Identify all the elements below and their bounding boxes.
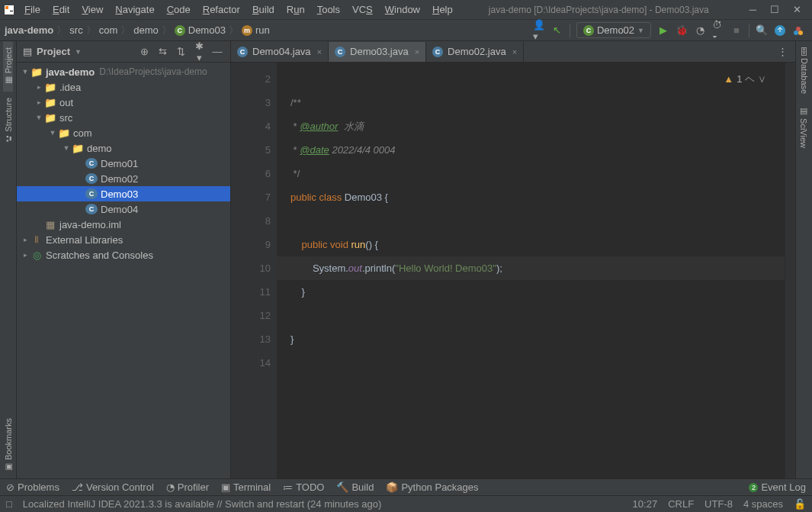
tree-com[interactable]: ▼📁com: [17, 125, 230, 140]
locate-icon[interactable]: ⊕: [137, 46, 151, 57]
python-packages-button[interactable]: 📦Python Packages: [386, 481, 478, 493]
tree-file-demo01[interactable]: CDemo01: [17, 156, 230, 171]
close-tab-icon[interactable]: ×: [415, 47, 419, 56]
debug-button[interactable]: 🐞: [676, 24, 688, 37]
menu-build[interactable]: Build: [246, 2, 281, 18]
window-title: java-demo [D:\IdeaProjects\java-demo] - …: [459, 5, 739, 15]
tree-file-demo02[interactable]: CDemo02: [17, 171, 230, 186]
tab-demo04[interactable]: CDemo04.java×: [231, 42, 329, 62]
tab-demo03[interactable]: CDemo03.java×: [329, 42, 426, 62]
editor-area: CDemo04.java× CDemo03.java× CDemo02.java…: [231, 41, 795, 478]
project-view-dropdown[interactable]: ▼: [75, 48, 82, 56]
sync-button[interactable]: [774, 24, 786, 37]
tree-idea[interactable]: ▸📁.idea: [17, 79, 230, 95]
titlebar: File Edit View Navigate Code Refactor Bu…: [0, 0, 812, 20]
status-message[interactable]: Localized IntelliJ IDEA 2021.3.3 is avai…: [23, 498, 381, 510]
crumb-demo[interactable]: demo: [133, 24, 159, 36]
menu-help[interactable]: Help: [426, 2, 459, 18]
tree-iml[interactable]: ▦java-demo.iml: [17, 217, 230, 232]
stop-button[interactable]: ■: [730, 24, 743, 37]
code-lines[interactable]: /** * @author 水滴 * @date 2022/4/4 0004 *…: [277, 63, 785, 478]
profile-button[interactable]: ⏱▾: [712, 24, 724, 37]
crumb-src[interactable]: src: [69, 24, 82, 36]
tab-more-icon[interactable]: ⋮: [770, 46, 795, 57]
sciview-tool-button[interactable]: ▤ SciView: [799, 100, 809, 154]
close-tab-icon[interactable]: ×: [512, 47, 517, 56]
tree-src[interactable]: ▼📁src: [17, 110, 230, 125]
expand-icon[interactable]: ⇆: [156, 46, 169, 57]
ide-button[interactable]: [792, 24, 804, 37]
gutter[interactable]: 234 567 8910 111213 14: [231, 63, 277, 478]
hide-icon[interactable]: —: [210, 46, 224, 57]
menu-code[interactable]: Code: [161, 2, 197, 18]
encoding[interactable]: UTF-8: [704, 498, 733, 510]
class-icon: C: [583, 25, 594, 36]
crumb-project[interactable]: java-demo: [5, 24, 53, 36]
tree-external[interactable]: ▸⫴External Libraries: [17, 232, 230, 247]
code-editor[interactable]: 234 567 8910 111213 14 /** * @author 水滴 …: [231, 63, 795, 478]
line-ending[interactable]: CRLF: [668, 498, 694, 510]
svg-rect-2: [5, 6, 8, 9]
project-tool-button[interactable]: ▦ Project: [3, 41, 13, 92]
menu-file[interactable]: File: [18, 2, 47, 18]
collapse-icon[interactable]: ⇅: [174, 46, 188, 57]
todo-button[interactable]: ≔TODO: [283, 481, 324, 493]
close-button[interactable]: ✕: [793, 4, 801, 15]
crumb-com[interactable]: com: [99, 24, 118, 36]
readonly-icon[interactable]: 🔓: [794, 498, 806, 510]
menu-edit[interactable]: Edit: [47, 2, 75, 18]
vcs-button[interactable]: ⎇Version Control: [72, 481, 154, 493]
minimize-button[interactable]: ─: [749, 4, 756, 15]
sidebar-title: Project: [37, 46, 70, 57]
tree-out[interactable]: ▸📁out: [17, 95, 230, 110]
event-log-button[interactable]: 2Event Log: [749, 481, 806, 493]
tree-file-demo04[interactable]: CDemo04: [17, 201, 230, 217]
menu-navigate[interactable]: Navigate: [109, 2, 160, 18]
class-icon: C: [175, 25, 185, 36]
terminal-button[interactable]: ▣Terminal: [221, 481, 271, 493]
bookmarks-tool-button[interactable]: ▣ Bookmarks: [3, 412, 13, 478]
problems-button[interactable]: ⊘Problems: [6, 481, 59, 493]
project-sidebar: ▤ Project ▼ ⊕ ⇆ ⇅ ✱ ▾ — ▼📁java-demoD:\Id…: [17, 41, 231, 478]
project-tree[interactable]: ▼📁java-demoD:\IdeaProjects\java-demo ▸📁.…: [17, 63, 230, 478]
status-bar: □ Localized IntelliJ IDEA 2021.3.3 is av…: [0, 495, 812, 512]
editor-tabs: CDemo04.java× CDemo03.java× CDemo02.java…: [231, 41, 795, 63]
menu-run[interactable]: Run: [281, 2, 311, 18]
run-config-label: Demo02: [597, 24, 634, 36]
svg-point-7: [798, 31, 803, 35]
database-tool-button[interactable]: 🗄 Database: [800, 41, 809, 100]
menu-tools[interactable]: Tools: [311, 2, 346, 18]
tree-scratches[interactable]: ▸◎Scratches and Consoles: [17, 247, 230, 262]
indent[interactable]: 4 spaces: [743, 498, 783, 510]
svg-rect-3: [10, 11, 13, 11]
cursor-position[interactable]: 10:27: [633, 498, 658, 510]
notification-icon[interactable]: □: [6, 498, 12, 510]
profiler-button[interactable]: ◔Profiler: [166, 481, 209, 493]
run-config-selector[interactable]: C Demo02 ▼: [576, 22, 651, 38]
crumb-method[interactable]: run: [255, 24, 270, 36]
tree-demo[interactable]: ▼📁demo: [17, 140, 230, 156]
build-button[interactable]: 🔨Build: [336, 481, 374, 493]
run-button[interactable]: ▶: [657, 24, 669, 37]
tab-demo02[interactable]: CDemo02.java×: [426, 42, 524, 62]
right-tool-strip: 🗄 Database ▤ SciView: [795, 41, 812, 478]
menu-view[interactable]: View: [75, 2, 109, 18]
user-icon[interactable]: 👤▾: [533, 24, 545, 37]
crumb-class[interactable]: Demo03: [188, 24, 226, 36]
menu-refactor[interactable]: Refactor: [197, 2, 246, 18]
maximize-button[interactable]: ☐: [770, 4, 779, 15]
tree-root[interactable]: ▼📁java-demoD:\IdeaProjects\java-demo: [17, 64, 230, 79]
error-stripe[interactable]: [785, 63, 795, 478]
svg-point-6: [794, 31, 798, 35]
search-button[interactable]: 🔍: [756, 24, 768, 37]
close-tab-icon[interactable]: ×: [317, 47, 322, 56]
breadcrumb[interactable]: java-demo〉 src〉 com〉 demo〉 C Demo03〉 m r…: [0, 24, 270, 37]
coverage-button[interactable]: ◔: [694, 24, 706, 37]
menu-window[interactable]: Window: [379, 2, 426, 18]
back-icon[interactable]: ↖: [551, 24, 563, 37]
structure-tool-button[interactable]: ⑆ Structure: [4, 92, 13, 149]
tree-file-demo03[interactable]: CDemo03: [17, 186, 230, 201]
menu-vcs[interactable]: VCS: [346, 2, 379, 18]
settings-dropdown[interactable]: ✱ ▾: [192, 40, 206, 63]
nav-toolbar: java-demo〉 src〉 com〉 demo〉 C Demo03〉 m r…: [0, 20, 812, 41]
